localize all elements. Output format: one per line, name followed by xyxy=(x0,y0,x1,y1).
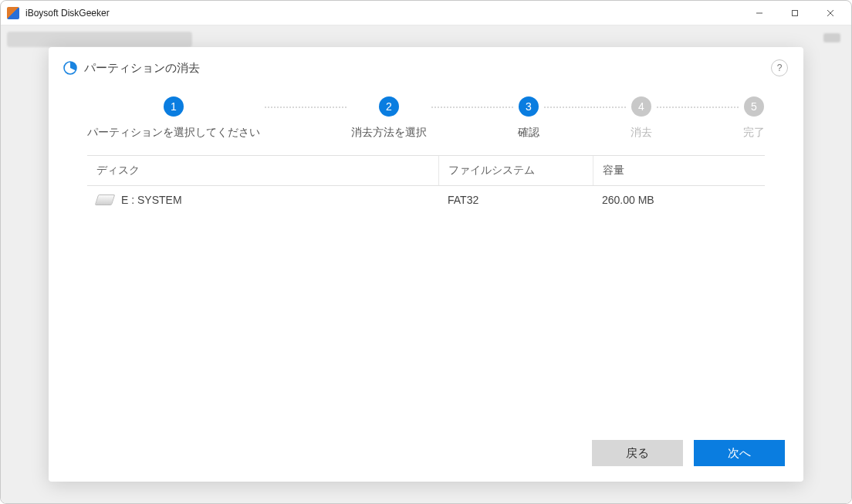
title-bar: iBoysoft DiskGeeker xyxy=(1,1,851,25)
step-label: 消去方法を選択 xyxy=(351,126,427,140)
progress-stepper: 1 パーティションを選択してください 2 消去方法を選択 3 確認 4 消去 xyxy=(49,83,803,155)
step-number: 5 xyxy=(744,96,764,117)
table-row[interactable]: E : SYSTEM FAT32 260.00 MB xyxy=(87,186,765,214)
background-blur-element xyxy=(823,33,840,42)
step-label: パーティションを選択してください xyxy=(87,126,260,140)
help-button[interactable]: ? xyxy=(771,59,788,76)
column-header-filesystem: ファイルシステム xyxy=(438,156,593,185)
help-icon: ? xyxy=(777,63,783,73)
cell-disk: E : SYSTEM xyxy=(87,186,438,214)
erase-partition-dialog: パーティションの消去 ? 1 パーティションを選択してください 2 消去方法を選… xyxy=(49,47,803,482)
disk-name: E : SYSTEM xyxy=(121,194,182,206)
step-4: 4 消去 xyxy=(631,96,652,140)
app-icon xyxy=(7,7,19,19)
back-button[interactable]: 戻る xyxy=(592,440,683,466)
step-number: 3 xyxy=(519,96,539,117)
step-connector xyxy=(265,107,347,108)
step-connector xyxy=(431,107,513,108)
step-3: 3 確認 xyxy=(518,96,539,140)
step-1: 1 パーティションを選択してください xyxy=(87,96,260,140)
step-label: 確認 xyxy=(518,126,539,140)
window-title: iBoysoft DiskGeeker xyxy=(25,8,742,19)
step-5: 5 完了 xyxy=(743,96,765,140)
column-header-capacity: 容量 xyxy=(593,156,765,185)
client-area: パーティションの消去 ? 1 パーティションを選択してください 2 消去方法を選… xyxy=(1,25,851,503)
dialog-header: パーティションの消去 ? xyxy=(49,47,803,83)
dialog-title: パーティションの消去 xyxy=(84,61,771,76)
next-button[interactable]: 次へ xyxy=(694,440,785,466)
svg-rect-1 xyxy=(793,10,798,15)
maximize-button[interactable] xyxy=(777,2,813,25)
window-controls xyxy=(742,2,848,25)
cell-filesystem: FAT32 xyxy=(438,186,593,214)
pie-icon xyxy=(63,60,78,76)
step-2: 2 消去方法を選択 xyxy=(351,96,427,140)
step-connector xyxy=(657,107,739,108)
minimize-button[interactable] xyxy=(742,2,777,25)
background-blur-element xyxy=(7,32,192,47)
step-number: 2 xyxy=(379,96,399,117)
dialog-footer: 戻る 次へ xyxy=(49,428,803,482)
close-button[interactable] xyxy=(813,2,848,25)
step-label: 消去 xyxy=(631,126,652,140)
step-number: 1 xyxy=(164,96,184,117)
disk-icon xyxy=(96,194,113,205)
step-number: 4 xyxy=(631,96,651,117)
step-connector xyxy=(544,107,626,108)
table-header-row: ディスク ファイルシステム 容量 xyxy=(87,155,765,186)
cell-capacity: 260.00 MB xyxy=(593,186,765,214)
application-window: iBoysoft DiskGeeker xyxy=(0,0,852,504)
partition-table: ディスク ファイルシステム 容量 E : SYSTEM FAT32 260.00… xyxy=(49,155,803,214)
column-header-disk: ディスク xyxy=(87,156,438,185)
step-label: 完了 xyxy=(743,126,765,140)
